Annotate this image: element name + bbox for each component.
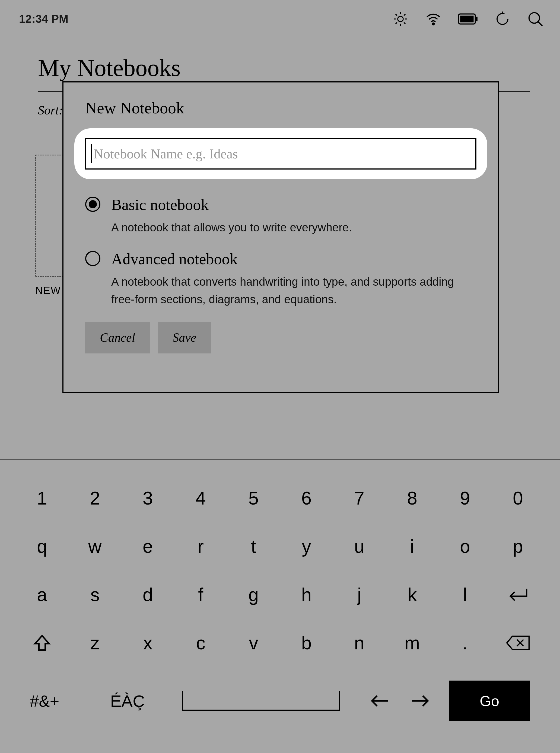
key-arrow-right[interactable]: [408, 694, 433, 708]
svg-rect-12: [476, 17, 478, 21]
svg-line-8: [404, 14, 405, 16]
key-accents[interactable]: ÉÀÇ: [100, 691, 155, 711]
keyboard-row-2: q w e r t y u i o p: [30, 536, 530, 557]
key-m[interactable]: m: [400, 632, 424, 653]
key-9[interactable]: 9: [453, 487, 477, 509]
option-advanced-title: Advanced notebook: [111, 250, 464, 268]
notebook-name-input[interactable]: Notebook Name e.g. Ideas: [85, 138, 476, 169]
key-a[interactable]: a: [30, 584, 54, 605]
option-basic-title: Basic notebook: [111, 196, 352, 214]
status-icons: [392, 11, 544, 27]
svg-rect-11: [460, 16, 474, 22]
key-backspace[interactable]: [506, 635, 530, 651]
key-5[interactable]: 5: [241, 487, 266, 509]
keyboard-row-5: #&+ ÉÀÇ Go: [30, 680, 530, 721]
key-n[interactable]: n: [347, 632, 372, 653]
cancel-button[interactable]: Cancel: [85, 322, 150, 353]
keyboard-row-1: 1 2 3 4 5 6 7 8 9 0: [30, 487, 530, 509]
key-4[interactable]: 4: [188, 487, 213, 509]
svg-point-9: [433, 23, 434, 25]
key-7[interactable]: 7: [347, 487, 372, 509]
option-basic-desc: A notebook that allows you to write ever…: [111, 219, 352, 236]
key-k[interactable]: k: [400, 584, 424, 605]
key-arrow-left[interactable]: [367, 694, 392, 708]
text-caret: [91, 144, 92, 163]
save-button[interactable]: Save: [158, 322, 211, 353]
brightness-icon[interactable]: [392, 11, 408, 27]
key-go[interactable]: Go: [449, 680, 530, 721]
svg-line-7: [396, 22, 397, 24]
key-z[interactable]: z: [83, 632, 107, 653]
key-y[interactable]: y: [294, 536, 319, 557]
svg-point-0: [398, 16, 403, 22]
key-g[interactable]: g: [241, 584, 266, 605]
key-shift[interactable]: [30, 633, 54, 652]
status-bar: 12:34 PM: [0, 0, 560, 38]
svg-line-6: [404, 22, 405, 24]
dialog-buttons: Cancel Save: [85, 322, 498, 353]
keyboard-row-3: a s d f g h j k l: [30, 584, 530, 605]
key-2[interactable]: 2: [83, 487, 107, 509]
key-period[interactable]: .: [453, 632, 477, 653]
battery-icon[interactable]: [458, 13, 478, 25]
wifi-icon[interactable]: [425, 11, 442, 27]
key-3[interactable]: 3: [136, 487, 160, 509]
input-highlight: Notebook Name e.g. Ideas: [74, 128, 487, 179]
key-u[interactable]: u: [347, 536, 372, 557]
key-8[interactable]: 8: [400, 487, 424, 509]
key-f[interactable]: f: [188, 584, 213, 605]
key-r[interactable]: r: [188, 536, 213, 557]
option-advanced[interactable]: Advanced notebook A notebook that conver…: [85, 250, 476, 308]
sync-icon[interactable]: [494, 11, 511, 27]
key-w[interactable]: w: [83, 536, 107, 557]
key-p[interactable]: p: [506, 536, 530, 557]
search-icon[interactable]: [527, 11, 544, 27]
key-symbols[interactable]: #&+: [30, 692, 84, 710]
key-d[interactable]: d: [136, 584, 160, 605]
key-l[interactable]: l: [453, 584, 477, 605]
key-t[interactable]: t: [241, 536, 266, 557]
svg-point-13: [529, 13, 540, 23]
option-advanced-desc: A notebook that converts handwriting int…: [111, 273, 464, 308]
radio-basic[interactable]: [85, 197, 100, 212]
key-x[interactable]: x: [136, 632, 160, 653]
svg-line-5: [396, 14, 397, 16]
svg-marker-15: [35, 636, 49, 650]
new-notebook-dialog: New Notebook Notebook Name e.g. Ideas Ba…: [62, 81, 499, 393]
key-h[interactable]: h: [294, 584, 319, 605]
key-q[interactable]: q: [30, 536, 54, 557]
status-time: 12:34 PM: [19, 13, 68, 25]
key-enter[interactable]: [506, 587, 530, 603]
notebook-type-options: Basic notebook A notebook that allows yo…: [85, 196, 476, 308]
key-s[interactable]: s: [83, 584, 107, 605]
keyboard-row-4: z x c v b n m .: [30, 632, 530, 653]
input-placeholder: Notebook Name e.g. Ideas: [94, 146, 238, 162]
key-c[interactable]: c: [188, 632, 213, 653]
new-notebook-label: NEW: [35, 285, 61, 297]
key-b[interactable]: b: [294, 632, 319, 653]
key-6[interactable]: 6: [294, 487, 319, 509]
key-1[interactable]: 1: [30, 487, 54, 509]
key-i[interactable]: i: [400, 536, 424, 557]
key-o[interactable]: o: [453, 536, 477, 557]
radio-advanced[interactable]: [85, 251, 100, 266]
key-space[interactable]: [182, 691, 340, 711]
key-v[interactable]: v: [241, 632, 266, 653]
key-e[interactable]: e: [136, 536, 160, 557]
onscreen-keyboard: 1 2 3 4 5 6 7 8 9 0 q w e r t y u i o p …: [0, 460, 560, 753]
option-basic[interactable]: Basic notebook A notebook that allows yo…: [85, 196, 476, 236]
key-j[interactable]: j: [347, 584, 372, 605]
svg-line-14: [538, 22, 542, 26]
dialog-title: New Notebook: [85, 99, 498, 118]
key-0[interactable]: 0: [506, 487, 530, 509]
